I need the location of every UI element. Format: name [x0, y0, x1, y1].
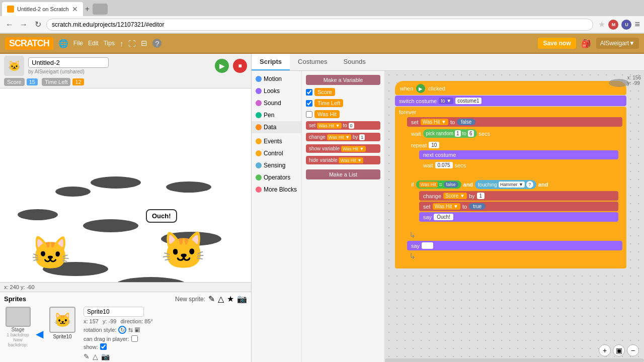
- true-oval: true: [469, 203, 486, 210]
- sprite-camera-icon[interactable]: 📷: [101, 352, 110, 360]
- sprite-copy-icon[interactable]: △: [93, 352, 98, 360]
- reload-button[interactable]: ↻: [32, 19, 43, 30]
- score-pill[interactable]: Score: [314, 88, 335, 96]
- forward-button[interactable]: →: [18, 19, 29, 30]
- backpack-icon[interactable]: 🎒: [581, 39, 591, 48]
- change-washit-block[interactable]: change Was Hit ▼ by 1: [306, 133, 380, 141]
- tab-costumes[interactable]: Costumes: [290, 54, 336, 70]
- stage-canvas[interactable]: 🐱 🐱 Ouch!: [0, 88, 251, 282]
- category-sound[interactable]: Sound: [252, 97, 301, 109]
- project-name-input[interactable]: [28, 57, 109, 68]
- set-washit-true-block[interactable]: set Was Hit ▼ to true: [419, 202, 618, 211]
- surprise-sprite-icon[interactable]: ★: [227, 294, 234, 304]
- make-variable-button[interactable]: Make a Variable: [306, 75, 380, 85]
- hammer-dropdown[interactable]: Hammer ▼: [499, 182, 525, 188]
- stop-button[interactable]: ■: [233, 59, 247, 73]
- rotation-lr-btn[interactable]: ⇆: [128, 327, 133, 333]
- switch-costume-block[interactable]: switch costume to ▼ costume1: [395, 96, 626, 106]
- browser-tab[interactable]: Untitled-2 on Scratch ✕: [2, 2, 83, 16]
- sprite-edit-icon[interactable]: ✎: [84, 352, 90, 360]
- repeat-block[interactable]: repeat 10 next costume: [407, 140, 622, 177]
- show-washit-block[interactable]: show variable Was Hit ▼: [306, 144, 380, 153]
- make-list-button[interactable]: Make a List: [306, 169, 380, 179]
- set-washit-false-block[interactable]: set Was Hit ▼ to false: [407, 117, 622, 127]
- forever-block[interactable]: forever set Was Hit ▼ to false: [395, 107, 626, 268]
- edit-menu[interactable]: Edit: [88, 40, 99, 47]
- rotation-circle-btn[interactable]: ↻: [118, 326, 126, 334]
- upload-sprite-icon[interactable]: △: [218, 294, 224, 304]
- washit-pill[interactable]: Was Hit: [314, 110, 340, 118]
- address-bar[interactable]: [46, 19, 593, 31]
- zoom-fit-button[interactable]: ▣: [613, 344, 625, 356]
- pick-random-block[interactable]: pick random 1 to 6: [423, 129, 477, 138]
- green-flag-button[interactable]: ▶: [215, 59, 229, 73]
- script-editor[interactable]: when ▶ clicked switch costume to ▼ costu…: [385, 71, 644, 362]
- bookmark-icon[interactable]: ★: [598, 20, 605, 29]
- say-ouch-block[interactable]: say Ouch!: [419, 212, 618, 222]
- zoom-out-button[interactable]: −: [627, 344, 639, 356]
- washit-checkbox[interactable]: [306, 111, 312, 118]
- help-icon[interactable]: ?: [152, 39, 162, 48]
- say-empty-block[interactable]: say: [407, 241, 622, 250]
- show-checkbox[interactable]: [100, 343, 107, 350]
- zoom-in-button[interactable]: +: [599, 344, 611, 356]
- upload-icon[interactable]: ↑: [120, 39, 124, 48]
- can-drag-checkbox[interactable]: [131, 335, 138, 342]
- back-button[interactable]: ←: [4, 19, 15, 30]
- score-dropdown[interactable]: Score ▼: [443, 193, 467, 199]
- user-menu[interactable]: AlSweigart▼: [596, 38, 639, 49]
- menu-icon[interactable]: ≡: [634, 19, 640, 30]
- category-pen[interactable]: Pen: [252, 109, 301, 121]
- fullscreen2-icon[interactable]: ⊟: [141, 39, 147, 48]
- washit-dropdown3[interactable]: Was Hit ▼: [433, 203, 460, 210]
- cat-sprite-1: 🐱: [30, 234, 70, 272]
- save-now-button[interactable]: Save now: [538, 38, 576, 49]
- browser-chrome: Untitled-2 on Scratch ✕ + ← → ↻ ★ M U ≡: [0, 0, 644, 34]
- sprite-name-field[interactable]: [84, 307, 144, 317]
- category-more[interactable]: More Blocks: [252, 184, 301, 196]
- category-events[interactable]: Events: [252, 135, 301, 147]
- speech-bubble: Ouch!: [146, 209, 177, 223]
- globe-icon[interactable]: 🌐: [58, 39, 68, 48]
- category-operators[interactable]: Operators: [252, 171, 301, 184]
- tab-sounds[interactable]: Sounds: [336, 54, 374, 70]
- wait-secs-block[interactable]: wait 0.075 secs: [419, 160, 618, 170]
- fullscreen-icon[interactable]: ⛶: [128, 39, 136, 48]
- touching-hammer-block[interactable]: touching Hammer ▼ ?: [475, 180, 536, 189]
- tab-favicon: [7, 6, 14, 13]
- user-icon[interactable]: U: [621, 20, 631, 30]
- score-checkbox[interactable]: [306, 89, 312, 96]
- category-data[interactable]: Data: [252, 121, 301, 133]
- category-motion[interactable]: Motion: [252, 73, 301, 85]
- wait-random-block[interactable]: wait pick random 1 to 6 secs: [407, 128, 622, 139]
- costume-dropdown[interactable]: to ▼: [439, 98, 453, 104]
- gmail-icon[interactable]: M: [608, 20, 618, 30]
- set-washit-block[interactable]: set Was Hit ▼ to 0: [306, 121, 380, 130]
- script-scrollbar-h[interactable]: [385, 358, 644, 362]
- sprite-item[interactable]: 🐱 Sprite10: [47, 307, 77, 339]
- tab-close-button[interactable]: ✕: [72, 5, 78, 13]
- timeleft-pill[interactable]: Time Left: [314, 99, 343, 107]
- category-looks[interactable]: Looks: [252, 85, 301, 97]
- washit-dropdown1[interactable]: Was Hit ▼: [421, 119, 448, 125]
- when-flag-block[interactable]: when ▶ clicked: [395, 81, 626, 95]
- timeleft-checkbox[interactable]: [306, 100, 312, 107]
- camera-sprite-icon[interactable]: 📷: [237, 294, 247, 304]
- file-menu[interactable]: File: [73, 40, 83, 47]
- washit-eq-false[interactable]: Was Hit = false: [416, 180, 461, 189]
- sprite-nav-left[interactable]: ◀: [36, 328, 43, 340]
- hide-washit-block[interactable]: hide variable Was Hit ▼: [306, 156, 380, 164]
- tab-bar: Untitled-2 on Scratch ✕ +: [0, 0, 644, 16]
- category-control[interactable]: Control: [252, 147, 301, 159]
- change-score-block[interactable]: change Score ▼ by 1: [419, 191, 618, 201]
- blocks-tabs: Scripts Costumes Sounds: [252, 54, 644, 71]
- paint-sprite-icon[interactable]: ✎: [208, 294, 215, 304]
- tips-menu[interactable]: Tips: [104, 40, 115, 47]
- category-sensing[interactable]: Sensing: [252, 159, 301, 171]
- new-tab-button[interactable]: +: [85, 5, 90, 14]
- next-costume-block[interactable]: next costume: [419, 150, 618, 159]
- stage-thumbnail[interactable]: Stage 1 backdrop New backdrop:: [4, 307, 32, 347]
- rotation-none-btn[interactable]: ●: [135, 327, 140, 332]
- if-block[interactable]: if Was Hit = false and: [407, 178, 622, 229]
- tab-scripts[interactable]: Scripts: [252, 54, 290, 70]
